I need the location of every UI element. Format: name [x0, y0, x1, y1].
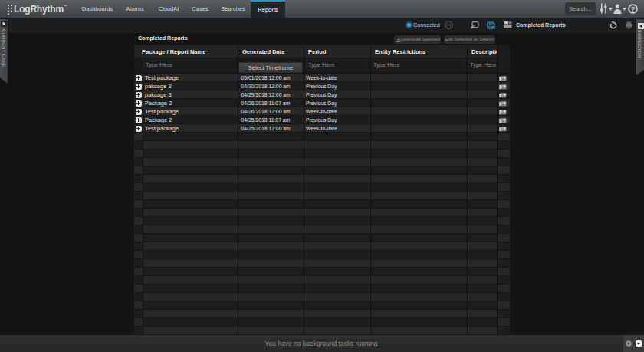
svg-text:?: ?: [631, 5, 636, 13]
